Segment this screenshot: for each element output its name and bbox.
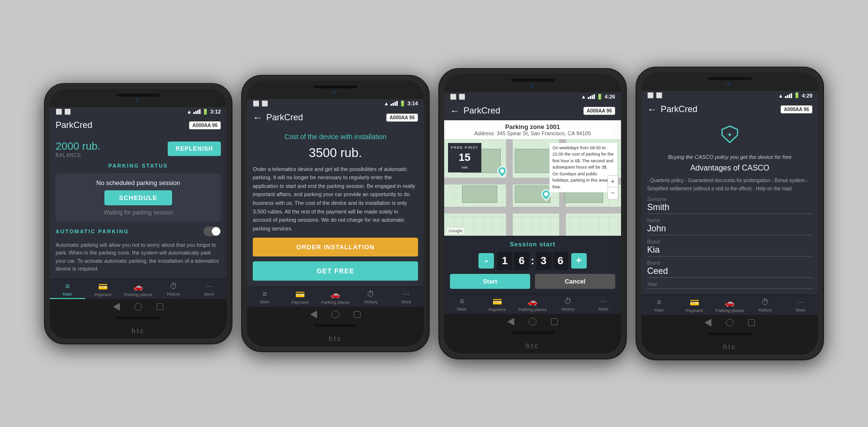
get-free-button[interactable]: GET FREE: [253, 261, 418, 281]
install-desc: Order a telematics device and get all th…: [253, 165, 418, 233]
phone-bottom-bar-2: [247, 307, 424, 324]
nav-history-4[interactable]: ⏱ History: [748, 295, 783, 315]
back-arrow-3[interactable]: ←: [450, 105, 460, 116]
wifi-icon-4: ▲: [778, 93, 783, 99]
plus-btn[interactable]: +: [571, 253, 587, 269]
camera-lens-3: [530, 84, 534, 88]
form-value-year[interactable]: [647, 287, 812, 289]
back-btn-3[interactable]: [507, 318, 514, 326]
start-button[interactable]: Start: [450, 274, 530, 289]
nav-payment-4[interactable]: 💳 Payment: [677, 295, 712, 315]
nav-payment-label-4: Payment: [686, 308, 703, 313]
home-btn[interactable]: [134, 303, 142, 311]
home-btn-2[interactable]: [332, 311, 339, 318]
htc-label-1: htc: [50, 324, 227, 339]
schedule-button[interactable]: SCHEDULE: [104, 190, 172, 205]
nav-parking-1[interactable]: 🚗 Parking places: [120, 279, 156, 299]
nav-payment-2[interactable]: 💳 Payment: [282, 287, 318, 307]
speaker-top-2: [314, 85, 357, 88]
cost-amount: 3500 rub.: [253, 145, 418, 160]
zoom-out-btn[interactable]: −: [608, 187, 618, 199]
app-title-4: ParkCred: [661, 104, 697, 114]
screen-1: 2000 rub. BALANCE REPLENISH PARKING STAT…: [50, 134, 227, 299]
nav-payment-icon-4: 💳: [690, 298, 699, 307]
nav-more-3[interactable]: ··· More: [586, 294, 621, 314]
form-field-brand: Brand Kia: [647, 239, 812, 256]
s2-content: Cost of the device with installation 350…: [247, 127, 424, 287]
nav-active-line: [50, 298, 85, 299]
nav-payment-3[interactable]: 💳 Payment: [479, 294, 515, 314]
cancel-button[interactable]: Cancel: [535, 274, 615, 289]
map-controls: + −: [608, 175, 618, 199]
recents-btn-4[interactable]: [748, 319, 755, 326]
wifi-icon-2: ▲: [384, 100, 389, 106]
speaker-top-3: [511, 79, 554, 82]
nav-more-icon: ···: [206, 282, 212, 291]
recents-btn[interactable]: [157, 303, 163, 310]
order-install-button[interactable]: ORDER INSTALLATION: [253, 238, 418, 256]
nav-more-1[interactable]: ··· More: [191, 279, 227, 299]
bar4-2: [396, 101, 398, 106]
home-btn-3[interactable]: [529, 318, 536, 326]
home-btn-4[interactable]: [726, 319, 734, 327]
nav-parking-4[interactable]: 🚗 Parking places: [712, 295, 747, 315]
back-arrow-4[interactable]: ←: [647, 104, 657, 115]
nav-payment-label: Payment: [94, 292, 112, 297]
back-btn-2[interactable]: [310, 311, 317, 318]
nav-more-icon-3: ···: [600, 297, 607, 306]
form-label-name: Name: [647, 218, 812, 223]
form-value-brand[interactable]: Kia: [647, 245, 812, 256]
signal-bars-3: [588, 94, 595, 99]
nav-more-icon-2: ···: [403, 290, 409, 299]
time-display: 3:12: [210, 109, 221, 114]
nav-history-1[interactable]: ⏱ History: [156, 279, 191, 299]
nav-more-icon-4: ···: [797, 298, 804, 307]
session-title: Session start: [510, 241, 556, 248]
sim-icon2: ⬜: [64, 109, 71, 115]
bar2: [195, 111, 197, 114]
nav-parking-2[interactable]: 🚗 Parking places: [318, 287, 353, 307]
back-arrow-2[interactable]: ←: [253, 112, 262, 123]
recents-btn-2[interactable]: [354, 311, 361, 318]
battery-icon: 🔋: [202, 109, 209, 115]
replenish-button[interactable]: REPLENISH: [168, 142, 221, 156]
nav-parking-label-4: Parking places: [715, 308, 744, 313]
nav-main-4[interactable]: ≡ Main: [641, 295, 677, 315]
nav-payment-icon: 💳: [98, 282, 108, 291]
status-bar-3: ⬜ ⬜ ▲ 🔋 4:26: [444, 92, 621, 101]
nav-history-icon: ⏱: [170, 282, 177, 291]
nav-main-1[interactable]: ≡ Main: [50, 279, 85, 299]
app-header-3: ← ParkCred A000AA 96: [444, 101, 621, 120]
auto-parking-toggle[interactable]: [203, 227, 221, 236]
nav-main-3[interactable]: ≡ Main: [444, 294, 479, 314]
no-session-text: No scheduled parking session: [96, 179, 180, 186]
nav-history-3[interactable]: ⏱ History: [550, 294, 586, 314]
form-value-model[interactable]: Ceed: [647, 266, 812, 278]
back-btn-4[interactable]: [705, 319, 711, 327]
signal-bars-4: [785, 93, 792, 98]
nav-payment-1[interactable]: 💳 Payment: [85, 279, 120, 299]
free-label: FREE FIRST: [451, 145, 478, 150]
nav-parking-3[interactable]: 🚗 Parking places: [515, 294, 550, 314]
minus-btn[interactable]: -: [478, 253, 494, 269]
form-value-name[interactable]: John: [647, 224, 812, 235]
balance-label: BALANCE: [56, 153, 101, 158]
nav-main-2[interactable]: ≡ Main: [247, 287, 282, 307]
bar2-3: [590, 96, 591, 99]
speaker-top: [116, 94, 160, 97]
nav-more-2[interactable]: ··· More: [389, 287, 424, 307]
road-h2: [444, 207, 621, 214]
nav-history-2[interactable]: ⏱ History: [353, 287, 389, 307]
zoom-in-btn[interactable]: +: [608, 175, 618, 187]
phone-top-2: [247, 81, 424, 99]
header-left-2: ← ParkCred: [253, 112, 303, 123]
sim-icon-3b: ⬜: [459, 94, 465, 100]
camera-dot: [135, 99, 141, 104]
recents-btn-3[interactable]: [551, 318, 558, 325]
status-bar-4: ⬜ ⬜ ▲ 🔋 4:29: [641, 91, 818, 100]
nav-more-4[interactable]: ··· More: [783, 295, 818, 315]
sim-icon-2a: ⬜: [253, 100, 260, 107]
back-btn[interactable]: [113, 303, 120, 311]
min-label: min: [451, 165, 478, 170]
form-value-surname[interactable]: Smith: [647, 202, 812, 214]
